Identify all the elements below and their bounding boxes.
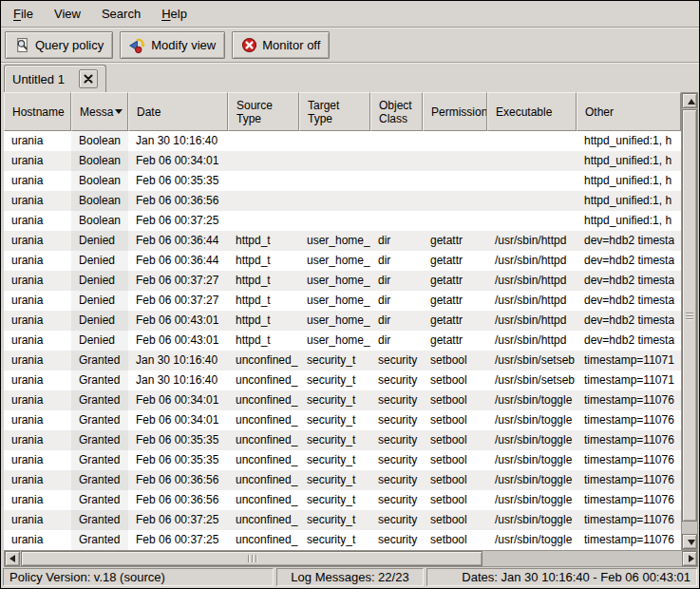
table-cell: Boolean (71, 131, 128, 151)
table-cell: security_t (299, 390, 370, 410)
table-cell: setbool (423, 351, 487, 370)
table-row[interactable]: uraniaGrantedFeb 06 00:37:25unconfined_s… (4, 510, 681, 530)
table-row[interactable]: uraniaBooleanFeb 06 00:34:01httpd_unifie… (4, 151, 681, 171)
table-cell: Feb 06 00:35:35 (128, 171, 228, 191)
table-cell: Feb 06 00:34:01 (128, 151, 228, 171)
table-row[interactable]: uraniaDeniedFeb 06 00:36:44httpd_tuser_h… (4, 231, 681, 251)
menu-file[interactable]: File (3, 2, 44, 26)
table-cell: timestamp=11076 (577, 410, 674, 430)
column-header-source-type[interactable]: Source Type (228, 92, 299, 131)
table-row[interactable]: uraniaGrantedFeb 06 00:34:01unconfined_s… (4, 410, 681, 430)
table-row[interactable]: uraniaGrantedFeb 06 00:35:35unconfined_s… (4, 430, 681, 450)
table-cell: Feb 06 00:35:35 (128, 450, 228, 470)
table-cell: unconfined_ (228, 410, 299, 430)
table-cell: user_home_ (299, 331, 370, 351)
vertical-scrollbar-thumb[interactable] (682, 109, 697, 522)
close-icon (84, 74, 93, 84)
table-row[interactable]: uraniaGrantedFeb 06 00:34:01unconfined_s… (4, 390, 681, 410)
table-cell: user_home_ (299, 251, 370, 271)
table-cell: security (370, 370, 423, 390)
column-header-message[interactable]: Messa (71, 92, 128, 131)
table-cell: Denied (71, 231, 128, 251)
table-cell: Feb 06 00:37:25 (128, 211, 228, 231)
table-cell: setbool (423, 410, 487, 430)
table-cell (299, 171, 370, 191)
table-cell: Denied (71, 271, 128, 291)
table-cell: timestamp=11076 (577, 450, 674, 470)
table-cell: /usr/sbin/toggle (487, 530, 577, 550)
menu-help[interactable]: Help (151, 2, 198, 26)
table-cell: urania (4, 370, 71, 390)
table-row[interactable]: uraniaBooleanJan 30 10:16:40httpd_unifie… (4, 131, 681, 151)
table-cell: setbool (423, 470, 487, 490)
table-row[interactable]: uraniaDeniedFeb 06 00:43:01httpd_tuser_h… (4, 331, 681, 351)
table-row[interactable]: uraniaGrantedFeb 06 00:37:25unconfined_s… (4, 530, 681, 550)
scroll-down-button[interactable] (682, 534, 697, 549)
table-cell: setbool (423, 530, 487, 550)
monitor-off-button[interactable]: Monitor off (232, 31, 330, 59)
table-row[interactable]: uraniaGrantedFeb 06 00:35:35unconfined_s… (4, 450, 681, 470)
table-cell: setbool (423, 490, 487, 510)
horizontal-scrollbar-thumb[interactable] (21, 551, 482, 566)
table-cell: dir (370, 251, 423, 271)
query-policy-icon (14, 37, 30, 53)
table-cell: Denied (71, 251, 128, 271)
table-cell (487, 151, 577, 171)
column-header-hostname[interactable]: Hostname (4, 92, 71, 131)
monitor-off-icon (241, 37, 257, 53)
menu-view[interactable]: View (44, 2, 91, 26)
tab-close-button[interactable] (79, 69, 98, 88)
table-cell: dir (370, 331, 423, 351)
table-row[interactable]: uraniaDeniedFeb 06 00:37:27httpd_tuser_h… (4, 291, 681, 311)
table-cell: urania (4, 191, 71, 211)
column-header-object-class[interactable]: Object Class (370, 92, 423, 131)
table-cell: dev=hdb2 timesta (577, 311, 674, 331)
table-row[interactable]: uraniaBooleanFeb 06 00:35:35httpd_unifie… (4, 171, 681, 191)
table-row[interactable]: uraniaGrantedFeb 06 00:36:56unconfined_s… (4, 490, 681, 510)
table-cell: httpd_unified:1, h (577, 131, 672, 151)
table-row[interactable]: uraniaBooleanFeb 06 00:37:25httpd_unifie… (4, 211, 681, 231)
table-cell: Feb 06 00:37:27 (128, 291, 228, 311)
table-cell: Granted (71, 470, 128, 490)
column-header-date[interactable]: Date (128, 92, 228, 131)
column-header-target-type[interactable]: Target Type (299, 92, 370, 131)
table-cell (299, 131, 370, 151)
table-cell: Feb 06 00:36:44 (128, 231, 228, 251)
table-cell: urania (4, 490, 71, 510)
modify-view-label: Modify view (151, 38, 216, 52)
column-header-executable[interactable]: Executable (487, 92, 577, 131)
query-policy-button[interactable]: Query policy (5, 31, 113, 59)
table-cell: /usr/sbin/toggle (487, 430, 577, 450)
scroll-up-button[interactable] (682, 93, 697, 108)
scroll-right-button[interactable] (682, 551, 697, 566)
menu-search[interactable]: Search (91, 2, 151, 26)
table-row[interactable]: uraniaDeniedFeb 06 00:37:27httpd_tuser_h… (4, 271, 681, 291)
table-cell: timestamp=11076 (577, 470, 674, 490)
column-header-permission[interactable]: Permission (423, 92, 487, 131)
table-cell: urania (4, 510, 71, 530)
table-cell: security (370, 450, 423, 470)
arrow-up-icon (688, 99, 695, 104)
vertical-scrollbar[interactable] (681, 92, 698, 550)
table-row[interactable]: uraniaGrantedJan 30 10:16:40unconfined_s… (4, 370, 681, 390)
column-header-other[interactable]: Other (577, 92, 681, 131)
table-cell: urania (4, 211, 71, 231)
table-row[interactable]: uraniaDeniedFeb 06 00:43:01httpd_tuser_h… (4, 311, 681, 331)
table-cell: Denied (71, 311, 128, 331)
scroll-left-button[interactable] (5, 551, 20, 566)
modify-view-button[interactable]: Modify view (120, 31, 225, 59)
table-cell: security_t (299, 430, 370, 450)
table-row[interactable]: uraniaBooleanFeb 06 00:36:56httpd_unifie… (4, 191, 681, 211)
table-cell: unconfined_ (228, 351, 299, 370)
table-cell: security_t (299, 470, 370, 490)
table-cell (299, 151, 370, 171)
tab-untitled-1[interactable]: Untitled 1 (4, 65, 106, 92)
table-cell: httpd_t (228, 291, 299, 311)
table-cell: security_t (299, 510, 370, 530)
table-cell: Jan 30 10:16:40 (128, 370, 228, 390)
table-row[interactable]: uraniaGrantedFeb 06 00:36:56unconfined_s… (4, 470, 681, 490)
horizontal-scrollbar[interactable] (4, 550, 698, 567)
table-row[interactable]: uraniaDeniedFeb 06 00:36:44httpd_tuser_h… (4, 251, 681, 271)
table-cell: urania (4, 430, 71, 450)
table-row[interactable]: uraniaGrantedJan 30 10:16:40unconfined_s… (4, 351, 681, 370)
